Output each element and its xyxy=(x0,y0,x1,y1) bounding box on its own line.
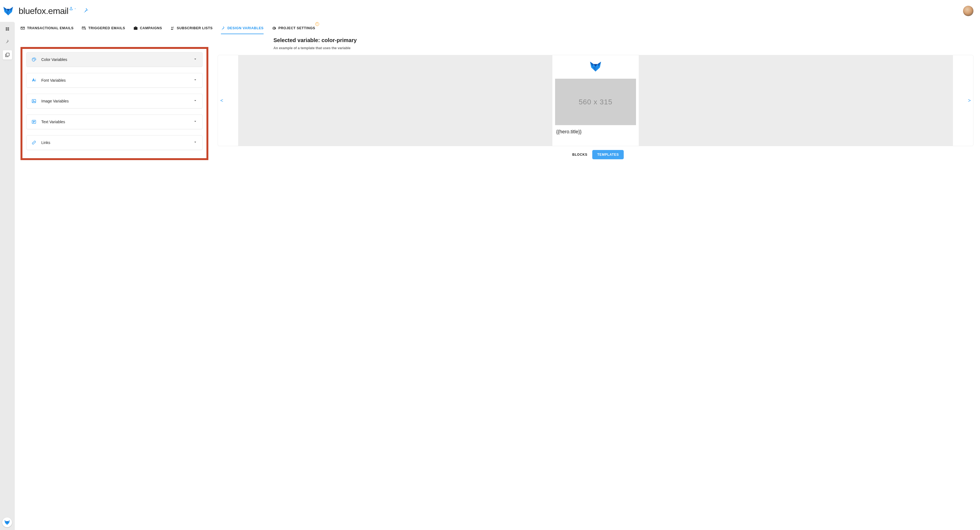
email-body: 560 x 315 {{hero.title}} xyxy=(552,55,639,146)
email-preview: 560 x 315 {{hero.title}} xyxy=(238,55,953,146)
variable-groups-panel: Color Variables Font Variables Image Var… xyxy=(21,47,208,160)
triggered-icon xyxy=(82,26,86,30)
svg-rect-8 xyxy=(8,27,9,29)
image-icon xyxy=(32,98,37,103)
tab-design-variables[interactable]: DESIGN VARIABLES xyxy=(221,23,264,34)
envelope-icon xyxy=(21,26,25,30)
svg-rect-9 xyxy=(6,29,7,30)
design-tools-icon xyxy=(221,26,225,30)
accordion-text-variables[interactable]: Text Variables xyxy=(26,114,203,129)
preview-card: < 560 x 315 {{hero.title} xyxy=(218,55,974,146)
accordion-links[interactable]: Links xyxy=(26,135,203,150)
tab-label: TRANSACTIONAL EMAILS xyxy=(27,26,73,30)
font-icon xyxy=(32,78,37,83)
svg-rect-11 xyxy=(6,53,9,56)
rail-library-icon[interactable] xyxy=(3,50,12,60)
svg-rect-7 xyxy=(6,27,7,29)
hero-title: {{hero.title}} xyxy=(555,129,636,135)
toggle-templates[interactable]: TEMPLATES xyxy=(592,150,624,159)
tab-triggered-emails[interactable]: TRIGGERED EMAILS xyxy=(82,23,125,34)
preview-panel: Selected variable: color-primary An exam… xyxy=(218,35,974,530)
svg-point-18 xyxy=(33,59,33,60)
accordion-label: Text Variables xyxy=(41,120,65,124)
preview-prev-button[interactable]: < xyxy=(218,98,226,103)
chevron-down-icon xyxy=(193,57,197,62)
svg-rect-15 xyxy=(134,27,137,30)
toggle-blocks[interactable]: BLOCKS xyxy=(567,150,592,159)
svg-rect-10 xyxy=(8,29,9,30)
tab-subscriber-lists[interactable]: SUBSCRIBER LISTS xyxy=(170,23,213,34)
project-name-dropdown[interactable]: bluefox.email xyxy=(19,6,76,16)
rail-bottom-logo-icon[interactable] xyxy=(2,517,12,527)
preview-subtitle: An example of a template that uses the v… xyxy=(274,46,974,50)
email-logo-icon xyxy=(589,60,602,74)
project-tabs: TRANSACTIONAL EMAILS TRIGGERED EMAILS CA… xyxy=(21,22,974,35)
svg-point-16 xyxy=(172,27,173,28)
preview-mode-toggle: BLOCKS TEMPLATES xyxy=(218,150,974,159)
preview-next-button[interactable]: > xyxy=(966,98,973,103)
svg-point-20 xyxy=(35,59,35,59)
chevron-down-icon xyxy=(193,98,197,104)
svg-point-17 xyxy=(173,27,174,28)
app-logo-icon xyxy=(2,5,14,17)
chevron-down-icon xyxy=(193,119,197,125)
tab-label: DESIGN VARIABLES xyxy=(228,26,264,30)
accordion-label: Font Variables xyxy=(41,78,65,83)
rail-design-icon[interactable] xyxy=(3,38,11,45)
chevron-down-icon xyxy=(74,7,76,10)
hero-image-placeholder: 560 x 315 xyxy=(555,79,636,125)
main-content: Color Variables Font Variables Image Var… xyxy=(21,35,974,530)
settings-alert-icon: ! xyxy=(315,22,319,26)
tab-label: CAMPAIGNS xyxy=(140,26,162,30)
palette-icon xyxy=(32,57,37,62)
chevron-down-icon xyxy=(193,140,197,145)
rail-dashboard-icon[interactable] xyxy=(3,25,11,33)
svg-point-23 xyxy=(33,100,33,101)
user-avatar[interactable] xyxy=(963,6,974,16)
tab-label: SUBSCRIBER LISTS xyxy=(177,26,213,30)
app-header: bluefox.email xyxy=(0,0,980,22)
svg-point-19 xyxy=(33,59,34,59)
text-icon xyxy=(32,119,37,124)
people-icon xyxy=(170,26,175,30)
gear-icon xyxy=(272,26,276,30)
accordion-label: Image Variables xyxy=(41,99,68,103)
tab-project-settings[interactable]: PROJECT SETTINGS ! xyxy=(272,23,315,34)
accordion-font-variables[interactable]: Font Variables xyxy=(26,73,203,88)
left-rail xyxy=(0,22,15,530)
chevron-down-icon xyxy=(193,78,197,83)
preview-title: Selected variable: color-primary xyxy=(274,37,974,43)
accordion-label: Links xyxy=(41,140,50,145)
project-name-label: bluefox.email xyxy=(19,6,68,16)
tab-label: TRIGGERED EMAILS xyxy=(88,26,125,30)
tab-campaigns[interactable]: CAMPAIGNS xyxy=(134,23,162,34)
tab-transactional-emails[interactable]: TRANSACTIONAL EMAILS xyxy=(21,23,73,34)
link-icon xyxy=(32,140,37,145)
magic-wand-icon[interactable] xyxy=(83,8,89,14)
svg-point-21 xyxy=(35,59,35,60)
accordion-image-variables[interactable]: Image Variables xyxy=(26,94,203,108)
accordion-label: Color Variables xyxy=(41,57,67,62)
project-plan-badge-icon xyxy=(69,6,76,11)
svg-point-6 xyxy=(70,7,72,8)
briefcase-icon xyxy=(134,26,138,30)
accordion-color-variables[interactable]: Color Variables xyxy=(26,52,203,67)
tab-label: PROJECT SETTINGS xyxy=(278,26,315,30)
